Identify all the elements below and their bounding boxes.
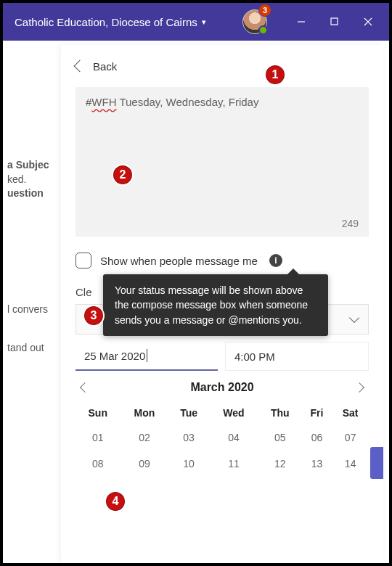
- calendar-day[interactable]: 02: [121, 424, 169, 451]
- bg-text: ked.: [7, 173, 57, 187]
- status-settings-panel: Back #WFH Tuesday, Wednesday, Friday 249…: [61, 45, 383, 563]
- calendar-day[interactable]: 04: [209, 424, 258, 451]
- calendar-day[interactable]: 08: [75, 451, 121, 477]
- calendar-day[interactable]: 03: [168, 424, 208, 451]
- annotation-badge-1: 1: [264, 64, 286, 86]
- annotation-badge-4: 4: [105, 491, 126, 512]
- calendar-day-header: Fri: [302, 401, 332, 424]
- calendar-day[interactable]: 05: [258, 424, 302, 451]
- bg-text: uestion: [7, 186, 57, 201]
- done-button-edge[interactable]: [370, 447, 383, 479]
- time-value: 4:00 PM: [234, 350, 275, 363]
- show-when-messaged-checkbox[interactable]: [75, 253, 91, 268]
- date-value: 25 Mar 2020: [84, 350, 145, 362]
- calendar-day[interactable]: 13: [302, 451, 332, 477]
- calendar-day[interactable]: 06: [302, 424, 332, 451]
- status-message-text: #WFH Tuesday, Wednesday, Friday: [86, 96, 258, 108]
- char-counter: 249: [342, 218, 359, 229]
- tooltip-text: Your status message will be shown above …: [115, 284, 308, 326]
- calendar-day-header: Sat: [332, 401, 369, 424]
- minimize-button[interactable]: [286, 9, 317, 34]
- background-page-fragments: a Subjec ked. uestion l convers tand out: [3, 41, 61, 563]
- date-picker: March 2020 SunMonTueWedThuFriSat 0102030…: [75, 378, 369, 477]
- show-when-messaged-row: Show when people message me i Your statu…: [75, 253, 369, 268]
- calendar-day[interactable]: 01: [75, 424, 121, 451]
- time-input[interactable]: 4:00 PM: [225, 342, 369, 371]
- titlebar: Catholic Education, Diocese of Cairns ▾ …: [3, 3, 389, 41]
- svg-rect-1: [331, 18, 338, 25]
- date-input[interactable]: 25 Mar 2020: [75, 342, 218, 371]
- calendar-grid: SunMonTueWedThuFriSat 010203040506070809…: [75, 401, 369, 477]
- calendar-day-header: Thu: [258, 401, 302, 424]
- calendar-day[interactable]: 10: [168, 451, 208, 477]
- annotation-badge-3: 3: [83, 305, 105, 327]
- calendar-day[interactable]: 07: [332, 424, 369, 451]
- back-button[interactable]: Back: [75, 55, 369, 77]
- datetime-row: 25 Mar 2020 4:00 PM: [75, 342, 369, 371]
- text-cursor: [147, 349, 147, 362]
- chevron-down-icon: [349, 313, 359, 323]
- bg-text: tand out: [7, 341, 57, 356]
- presence-available-icon: [258, 25, 268, 35]
- close-button[interactable]: [353, 9, 383, 34]
- calendar-day[interactable]: 09: [121, 451, 169, 477]
- bg-text: l convers: [7, 303, 57, 317]
- info-icon[interactable]: i: [269, 254, 282, 267]
- status-message-input[interactable]: #WFH Tuesday, Wednesday, Friday 249: [75, 87, 369, 237]
- calendar-day-header: Tue: [168, 401, 208, 424]
- annotation-badge-2: 2: [112, 164, 134, 186]
- calendar-day-header: Wed: [209, 401, 258, 424]
- profile-avatar[interactable]: 3: [242, 9, 267, 34]
- maximize-button[interactable]: [319, 9, 350, 34]
- calendar-day[interactable]: 14: [332, 451, 369, 477]
- org-name: Catholic Education, Diocese of Cairns: [15, 16, 197, 28]
- calendar-day[interactable]: 11: [209, 451, 258, 477]
- status-wfh: WFH: [91, 96, 116, 108]
- calendar-day[interactable]: 12: [258, 451, 302, 477]
- back-label: Back: [93, 60, 117, 73]
- calendar-title: March 2020: [190, 381, 253, 394]
- info-tooltip: Your status message will be shown above …: [103, 274, 328, 336]
- chevron-left-icon: [74, 60, 86, 73]
- content-area: a Subjec ked. uestion l convers tand out…: [3, 41, 389, 563]
- prev-month-button[interactable]: [80, 382, 90, 393]
- next-month-button[interactable]: [354, 382, 364, 393]
- status-rest: Tuesday, Wednesday, Friday: [117, 96, 259, 108]
- org-dropdown-icon[interactable]: ▾: [202, 17, 206, 27]
- calendar-day-header: Sun: [75, 401, 121, 424]
- calendar-day-header: Mon: [121, 401, 169, 424]
- bg-text: a Subjec: [7, 158, 57, 173]
- show-when-messaged-label: Show when people message me: [100, 255, 258, 267]
- notification-badge: 3: [258, 4, 271, 17]
- window-controls: [286, 9, 383, 34]
